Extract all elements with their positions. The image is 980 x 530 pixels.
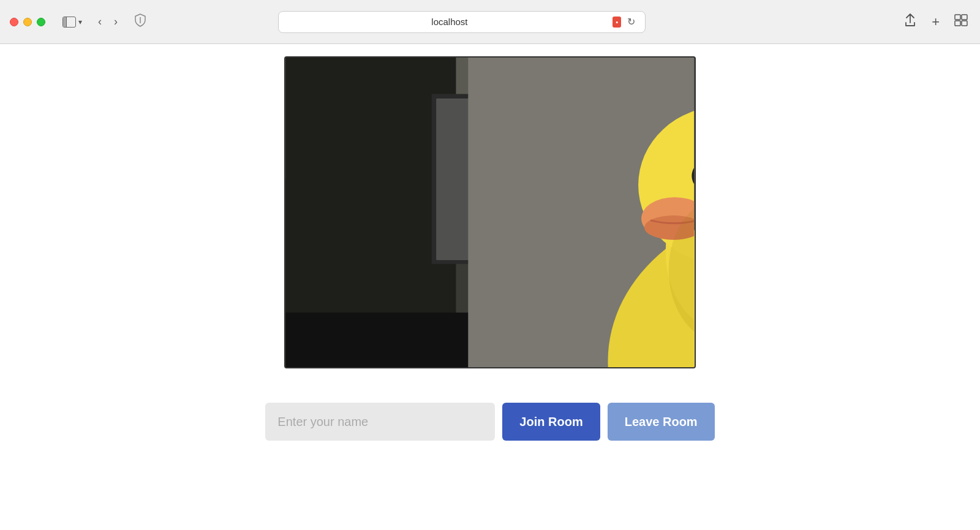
sidebar-icon <box>62 17 76 28</box>
forward-button[interactable]: › <box>110 13 121 31</box>
browser-chrome: ▾ ‹ › localhost ▪ ↻ + <box>0 0 980 44</box>
maximize-button[interactable] <box>37 18 45 26</box>
chevron-down-icon: ▾ <box>78 18 82 26</box>
browser-actions: + <box>901 10 970 33</box>
back-button[interactable]: ‹ <box>94 13 105 31</box>
svg-rect-1 <box>955 15 960 20</box>
join-room-button[interactable]: Join Room <box>502 403 600 441</box>
tab-overview-button[interactable] <box>952 12 970 32</box>
shield-icon <box>134 13 147 31</box>
name-input[interactable] <box>265 403 495 441</box>
svg-rect-3 <box>955 21 960 26</box>
address-bar[interactable]: localhost ▪ ↻ <box>278 11 646 33</box>
close-button[interactable] <box>10 18 18 26</box>
svg-rect-4 <box>962 21 967 26</box>
leave-room-button[interactable]: Leave Room <box>608 403 715 441</box>
controls-row: Join Room Leave Room <box>265 403 714 441</box>
new-tab-button[interactable]: + <box>929 12 942 32</box>
camera-recording-icon: ▪ <box>612 17 621 28</box>
page-content: Join Room Leave Room <box>0 44 980 530</box>
traffic-lights <box>10 18 45 26</box>
url-text: localhost <box>286 17 612 27</box>
svg-rect-2 <box>962 15 967 20</box>
share-button[interactable] <box>901 10 919 33</box>
minimize-button[interactable] <box>23 18 32 26</box>
camera-icon-wrap: ▪ ↻ <box>612 15 638 29</box>
sidebar-toggle[interactable]: ▾ <box>62 17 82 28</box>
video-feed <box>284 56 696 368</box>
reload-button[interactable]: ↻ <box>625 15 638 29</box>
duck-scene <box>285 58 695 367</box>
nav-buttons: ‹ › <box>94 13 121 31</box>
